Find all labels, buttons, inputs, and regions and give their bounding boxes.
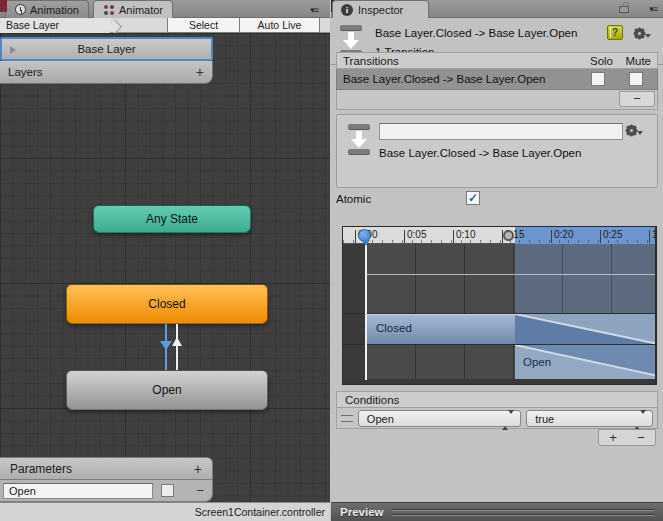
tab-animator[interactable]: Animator [93,0,173,18]
parameter-row: Open − [0,480,213,502]
transition-open-to-closed[interactable] [176,324,178,370]
controller-path-label: Screen1Container.controller [195,506,325,518]
detail-gear-icon[interactable] [627,125,643,135]
tab-animation-label: Animation [30,4,79,16]
lock-icon[interactable] [619,6,629,13]
breadcrumb[interactable]: Base Layer [0,18,110,33]
help-icon[interactable]: ? [607,25,623,40]
clip-bar-closed[interactable]: Closed [367,314,515,344]
window-edge-artifact [0,0,7,12]
node-any-state-label: Any State [146,212,198,226]
drag-handle-icon[interactable] [341,415,353,422]
inspector-tabbar: i Inspector ▾≡ [331,0,663,18]
tab-inspector-label: Inspector [358,4,403,16]
animator-tabbar: Animation Animator ▾≡ [0,0,330,18]
blend-curve-line [367,274,657,275]
node-closed-label: Closed [148,297,185,311]
remove-condition-button[interactable]: − [637,430,645,445]
remove-parameter-button[interactable]: − [196,483,204,498]
select-graph-button[interactable]: Select Graph [167,18,240,33]
transition-arrow-down-icon [160,341,172,350]
clip-open-label: Open [523,356,551,368]
auto-live-link-button[interactable]: Auto Live Link [239,18,320,33]
preview-bar[interactable]: Preview [331,502,663,521]
layers-header-label: Layers [8,66,43,78]
transition-detail-label: Base Layer.Closed -> Base Layer.Open [379,147,581,159]
tab-inspector[interactable]: i Inspector [332,0,429,18]
animator-toolbar: Base Layer Select Graph Auto Live Link [0,18,330,33]
condition-row: Open true [336,408,658,429]
transitions-list-header: Transitions Solo Mute [336,52,658,69]
mute-column-label: Mute [625,55,651,67]
tick-5: 0:25 [603,229,622,240]
solo-column-label: Solo [590,55,613,67]
parameters-header: Parameters + [0,457,213,480]
conditions-header: Conditions [336,391,658,408]
conditions-footer: + − [336,429,658,448]
condition-value-dropdown[interactable]: true [526,410,653,427]
preview-drag-handle[interactable] [392,509,654,515]
node-open-label: Open [152,383,181,397]
breadcrumb-arrow-icon [108,20,122,34]
layer-row-label: Base Layer [77,43,135,55]
transition-list-row[interactable]: Base Layer.Closed -> Base Layer.Open [336,69,658,90]
timeline-bottom-strip [343,379,657,385]
atomic-checkbox[interactable]: ✓ [466,191,480,205]
add-condition-button[interactable]: + [609,430,617,445]
clip-closed-label: Closed [376,322,412,334]
preview-label: Preview [340,506,383,518]
tick-2: 0:10 [456,229,475,240]
header-gear-icon[interactable] [635,28,651,38]
condition-parameter-value: Open [367,413,394,425]
tick-1: 0:05 [407,229,426,240]
transition-detail-icon [347,123,371,155]
conditions-add-remove: + − [598,429,656,446]
inspector-menu-icon[interactable]: ▾≡ [649,4,657,14]
parameters-header-label: Parameters [10,462,72,476]
timeline-ruler[interactable]: 0:00 0:05 0:10 0:15 0:20 0:25 1 [343,227,657,244]
layers-header: Layers + [0,61,213,84]
remove-transition-button[interactable]: − [619,91,655,107]
tick-6: 1 [652,229,657,240]
playhead-pin[interactable] [358,229,371,242]
inspector-panel: i Inspector ▾≡ Base Layer.Closed -> Base… [331,0,663,521]
animator-nodes-icon [104,5,108,9]
condition-parameter-dropdown[interactable]: Open [358,410,521,427]
transition-name-field[interactable] [379,123,623,140]
parameter-name-field[interactable]: Open [3,483,153,499]
ruler-minor-ticks [343,240,657,243]
node-any-state[interactable]: Any State [93,205,251,233]
solo-checkbox[interactable] [591,72,605,86]
add-parameter-button[interactable]: + [194,463,202,475]
condition-value: true [535,413,554,425]
closed-fadeout-shape [515,314,657,344]
dropdown-arrows-icon [634,414,646,426]
animator-panel: Animation Animator ▾≡ Base Layer Select … [0,0,330,521]
tick-4: 0:20 [554,229,573,240]
dropdown-arrows-icon [502,414,514,426]
node-closed[interactable]: Closed [66,284,268,324]
transition-detail-box: Base Layer.Closed -> Base Layer.Open [336,114,658,188]
timeline-preroll [343,244,367,385]
transition-row-label: Base Layer.Closed -> Base Layer.Open [343,73,545,85]
transition-timeline[interactable]: Closed Open 0:00 0:05 0:10 0:15 0:20 [342,226,657,385]
add-layer-button[interactable]: + [196,66,204,78]
panel-menu-icon[interactable]: ▾≡ [310,5,318,15]
info-icon: i [341,4,353,16]
playhead-line [365,243,367,380]
layer-row-base-layer[interactable]: Base Layer [0,37,213,61]
animator-status-bar: Screen1Container.controller [0,502,330,521]
state-machine-grid[interactable]: Any State Closed Open [0,33,330,502]
tab-animator-label: Animator [119,4,163,16]
atomic-row: Atomic ✓ [336,191,658,207]
parameter-bool-checkbox[interactable] [161,484,174,497]
transition-arrow-up-icon [172,337,182,346]
atomic-label: Atomic [336,193,371,205]
transitions-list-footer: − [336,90,658,110]
tab-animation[interactable]: Animation [5,0,89,18]
transition-start-handle-icon[interactable] [503,230,514,241]
mute-checkbox[interactable] [629,72,643,86]
foldout-triangle-icon[interactable] [10,46,16,54]
clock-icon [15,4,26,15]
node-open[interactable]: Open [66,370,268,410]
